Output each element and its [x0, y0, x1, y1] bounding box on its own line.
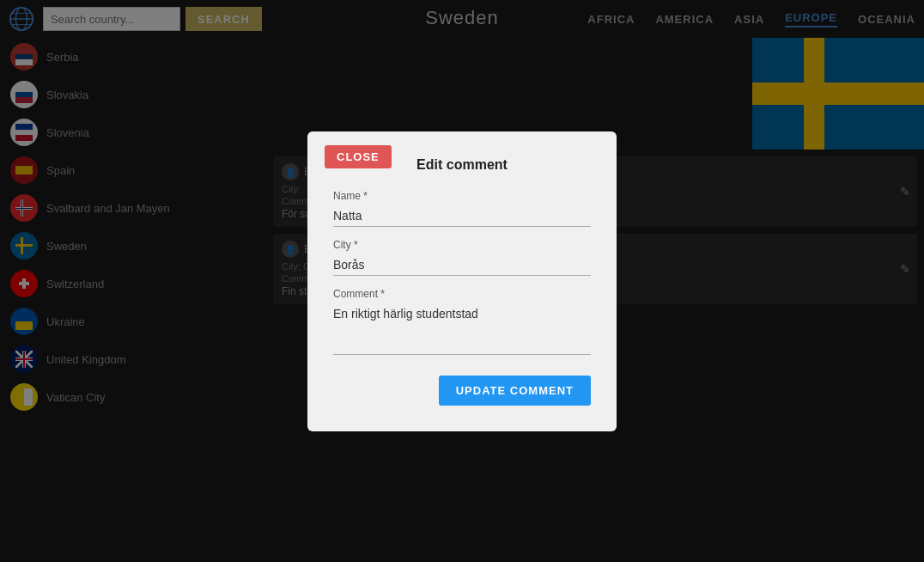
modal-overlay: CLOSE Edit comment Name * City * Comment… — [0, 0, 924, 562]
comment-textarea[interactable]: En riktigt härlig studentstad — [333, 303, 591, 355]
city-input[interactable] — [333, 254, 591, 276]
edit-comment-modal: CLOSE Edit comment Name * City * Comment… — [307, 131, 617, 431]
city-label: City * — [333, 239, 591, 251]
comment-label: Comment * — [333, 288, 591, 300]
comment-field-group: Comment * En riktigt härlig studentstad — [333, 288, 591, 358]
name-field-group: Name * — [333, 190, 591, 227]
update-comment-button[interactable]: UPDATE COMMENT — [439, 376, 591, 406]
city-field-group: City * — [333, 239, 591, 276]
name-label: Name * — [333, 190, 591, 202]
name-input[interactable] — [333, 205, 591, 227]
modal-actions: UPDATE COMMENT — [333, 376, 591, 406]
close-button[interactable]: CLOSE — [325, 145, 392, 168]
